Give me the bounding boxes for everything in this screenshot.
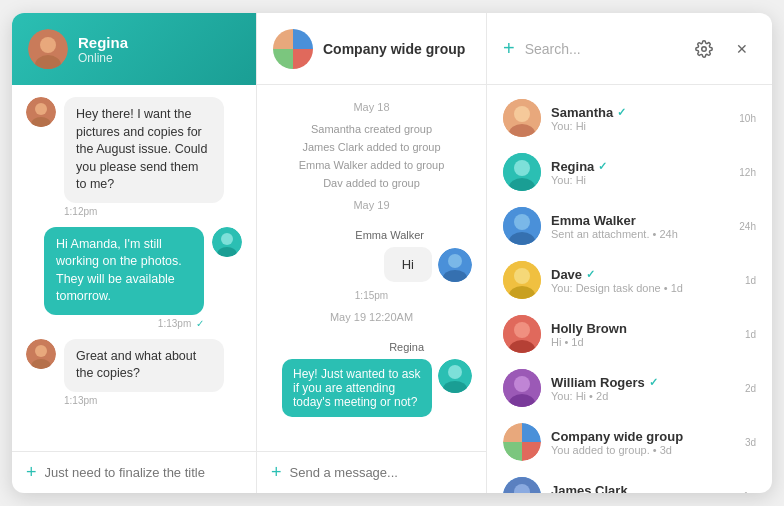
contact-preview: You: Hi xyxy=(551,174,729,186)
group-message-row: Hi xyxy=(271,247,472,282)
svg-point-35 xyxy=(514,376,530,392)
contact-info: Dave ✓ You: Design task done • 1d xyxy=(551,267,735,294)
search-box: Search... xyxy=(525,41,680,57)
svg-point-32 xyxy=(514,322,530,338)
close-icon[interactable]: ✕ xyxy=(728,35,756,63)
message-time: 1:13pm xyxy=(64,395,224,406)
system-message: Samantha created group xyxy=(311,123,432,135)
contact-avatar xyxy=(503,261,541,299)
contact-avatar xyxy=(503,99,541,137)
plus-icon[interactable]: + xyxy=(503,37,515,60)
message-input[interactable] xyxy=(45,465,242,480)
contact-avatar xyxy=(503,315,541,353)
message-row: Hey there! I want the pictures and copie… xyxy=(26,97,242,217)
svg-point-20 xyxy=(514,106,530,122)
contact-status: Online xyxy=(78,51,128,65)
right-header: + Search... ✕ xyxy=(487,13,772,85)
message-time: 1:13pm ✓ xyxy=(44,318,204,329)
message-row: Hi Amanda, I'm still working on the phot… xyxy=(26,227,242,329)
contact-avatar xyxy=(503,153,541,191)
date-label: May 19 xyxy=(353,199,389,211)
system-message: James Clark added to group xyxy=(302,141,440,153)
contact-preview: You: Hi xyxy=(551,120,729,132)
group-message-row: Hey! Just wanted to ask if you are atten… xyxy=(271,359,472,417)
message-avatar xyxy=(212,227,242,257)
contact-time: 2d xyxy=(745,383,756,394)
message-content: Hi Amanda, I'm still working on the phot… xyxy=(44,227,204,329)
contact-name: James Clark xyxy=(551,483,733,494)
contact-item[interactable]: Holly Brown Hi • 1d 1d xyxy=(487,307,772,361)
contact-info: Samantha ✓ You: Hi xyxy=(551,105,729,132)
contact-name: Dave ✓ xyxy=(551,267,735,282)
message-bubble: Hey there! I want the pictures and copie… xyxy=(64,97,224,203)
group-bubble-sent: Hey! Just wanted to ask if you are atten… xyxy=(282,359,432,417)
contact-avatar xyxy=(503,207,541,245)
message-bubble: Great and what about the copies? xyxy=(64,339,224,392)
settings-icon[interactable] xyxy=(690,35,718,63)
svg-point-23 xyxy=(514,160,530,176)
svg-point-10 xyxy=(35,345,47,357)
left-input-area: + xyxy=(12,451,256,493)
contact-name: Regina ✓ xyxy=(551,159,729,174)
plus-icon[interactable]: + xyxy=(26,462,37,483)
contact-name: Emma Walker xyxy=(551,213,729,228)
contact-preview: Hi • 1d xyxy=(551,336,735,348)
svg-point-26 xyxy=(514,214,530,230)
contact-item[interactable]: Samantha ✓ You: Hi 10h xyxy=(487,91,772,145)
contact-preview: You: Design task done • 1d xyxy=(551,282,735,294)
contact-time: 24h xyxy=(739,221,756,232)
svg-point-16 xyxy=(448,365,462,379)
group-message-input[interactable] xyxy=(290,465,472,480)
contact-item[interactable]: William Rogers ✓ You: Hi • 2d 2d xyxy=(487,361,772,415)
message-list: Hey there! I want the pictures and copie… xyxy=(12,85,256,451)
contact-item[interactable]: Company wide group You added to group. •… xyxy=(487,415,772,469)
contact-time: 1d xyxy=(745,275,756,286)
contact-name: Regina xyxy=(78,34,128,51)
contact-info: Holly Brown Hi • 1d xyxy=(551,321,735,348)
svg-point-1 xyxy=(40,37,56,53)
system-message: Emma Walker added to group xyxy=(299,159,445,171)
date-label: May 18 xyxy=(353,101,389,113)
date-label: May 19 12:20AM xyxy=(330,311,413,323)
message-content: Hey there! I want the pictures and copie… xyxy=(64,97,224,217)
middle-panel: Company wide group May 18 Samantha creat… xyxy=(257,13,487,493)
contact-info: Emma Walker Sent an attachment. • 24h xyxy=(551,213,729,240)
group-message-time: 1:15pm xyxy=(355,290,388,301)
contact-item[interactable]: Emma Walker Sent an attachment. • 24h 24… xyxy=(487,199,772,253)
contact-item[interactable]: James Clark You: sent a gif. • 1w 1w xyxy=(487,469,772,493)
contact-info: Company wide group You added to group. •… xyxy=(551,429,735,456)
contact-preview: Sent an attachment. • 24h xyxy=(551,228,729,240)
group-avatar xyxy=(273,29,313,69)
svg-point-4 xyxy=(35,103,47,115)
contact-preview: You added to group. • 3d xyxy=(551,444,735,456)
contact-item[interactable]: Dave ✓ You: Design task done • 1d 1d xyxy=(487,253,772,307)
read-check-icon: ✓ xyxy=(586,268,595,281)
app-container: Regina Online Hey there! I want the pict… xyxy=(12,13,772,493)
plus-icon[interactable]: + xyxy=(271,462,282,483)
message-time: 1:12pm xyxy=(64,206,224,217)
contact-name: Samantha ✓ xyxy=(551,105,729,120)
svg-point-29 xyxy=(514,268,530,284)
svg-point-18 xyxy=(702,46,707,51)
group-name: Company wide group xyxy=(323,41,465,57)
contact-time: 1d xyxy=(745,329,756,340)
read-check: ✓ xyxy=(196,318,204,329)
message-avatar xyxy=(26,339,56,369)
right-panel: + Search... ✕ xyxy=(487,13,772,493)
contact-name: Company wide group xyxy=(551,429,735,444)
contact-info: Regina ✓ You: Hi xyxy=(551,159,729,186)
contact-avatar xyxy=(503,477,541,493)
contact-time: 1w xyxy=(743,491,756,494)
svg-point-7 xyxy=(221,233,233,245)
contact-name: Holly Brown xyxy=(551,321,735,336)
contact-info: James Clark You: sent a gif. • 1w xyxy=(551,483,733,494)
message-row: Great and what about the copies? 1:13pm xyxy=(26,339,242,406)
read-check-icon: ✓ xyxy=(649,376,658,389)
contact-time: 12h xyxy=(739,167,756,178)
avatar xyxy=(28,29,68,69)
contact-item[interactable]: Regina ✓ You: Hi 12h xyxy=(487,145,772,199)
contact-list: Samantha ✓ You: Hi 10h xyxy=(487,85,772,493)
group-avatar-small xyxy=(503,423,541,461)
message-content: Great and what about the copies? 1:13pm xyxy=(64,339,224,406)
left-panel: Regina Online Hey there! I want the pict… xyxy=(12,13,257,493)
